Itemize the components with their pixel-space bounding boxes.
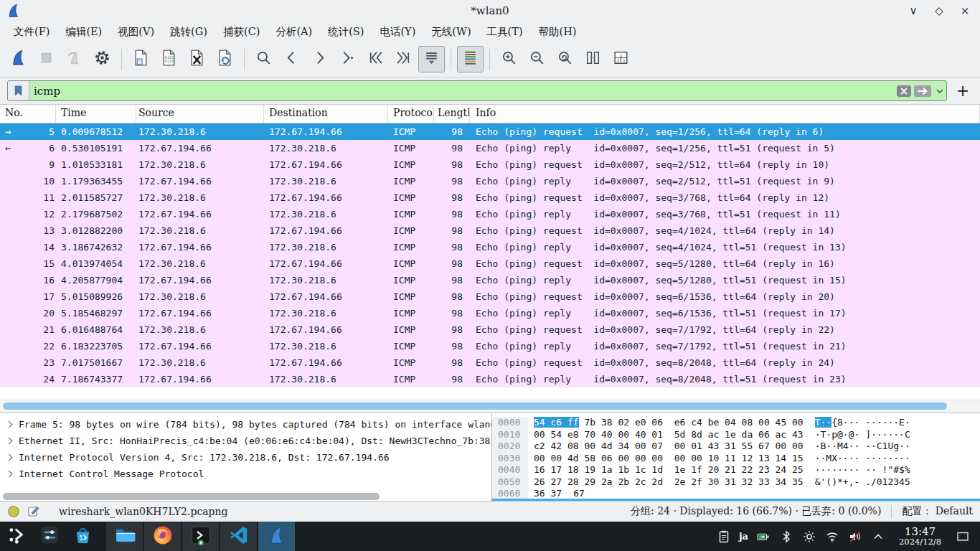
- save-file-button[interactable]: 01010110: [156, 46, 182, 72]
- packet-row[interactable]: 91.010533181172.30.218.6172.67.194.66ICM…: [0, 156, 980, 173]
- brightness-tray-button[interactable]: [801, 529, 817, 545]
- hex-ascii[interactable]: ··MX···· ········: [815, 453, 910, 465]
- hex-bytes[interactable]: 00 54 e8 70 40 00 40 01 5d 8d ac 1e da 0…: [534, 429, 804, 441]
- packet-list-hscrollbar[interactable]: [0, 400, 980, 413]
- display-filter-input[interactable]: icmp: [7, 80, 947, 101]
- wifi-tray-button[interactable]: [824, 529, 840, 545]
- show-desktop-button[interactable]: [954, 527, 971, 547]
- packet-row[interactable]: 154.013974054172.30.218.6172.67.194.66IC…: [0, 255, 980, 272]
- title-bar[interactable]: *wlan0 ∨◇×: [0, 0, 980, 22]
- zoom-out-button[interactable]: [524, 46, 550, 72]
- reload-file-button[interactable]: [212, 46, 238, 72]
- open-file-button[interactable]: [128, 46, 154, 72]
- hex-row[interactable]: 001000 54 e8 70 40 00 40 01 5d 8d ac 1e …: [492, 429, 980, 441]
- menu-item[interactable]: 工具(T): [479, 25, 531, 39]
- zoom-reset-button[interactable]: [552, 46, 578, 72]
- hex-ascii[interactable]: ·T·p@·@· ]······C: [815, 429, 910, 441]
- clipboard-tray-button[interactable]: [716, 529, 732, 545]
- column-header-length[interactable]: Length: [434, 105, 470, 123]
- expander-icon[interactable]: [6, 438, 13, 445]
- go-first-button[interactable]: [362, 46, 389, 72]
- colorize-button[interactable]: [457, 46, 484, 72]
- menu-item[interactable]: 视图(V): [110, 25, 162, 39]
- window-maximize-icon[interactable]: ◇: [931, 3, 947, 19]
- window-close-icon[interactable]: ×: [957, 3, 973, 19]
- zoom-in-button[interactable]: [496, 46, 522, 72]
- volume-muted-tray-button[interactable]: [847, 529, 863, 545]
- filter-add-button[interactable]: +: [953, 82, 973, 100]
- menu-item[interactable]: 文件(F): [6, 25, 57, 39]
- packet-row[interactable]: 247.186743377172.67.194.66172.30.218.6IC…: [0, 371, 980, 387]
- bluetooth-tray-button[interactable]: [778, 529, 794, 545]
- column-header-destination[interactable]: Destination: [264, 105, 388, 123]
- expand-arrow-tray-button[interactable]: [870, 529, 886, 545]
- layout-123-button[interactable]: 123: [608, 46, 634, 72]
- hex-row[interactable]: 000054 c6 ff 7b 38 02 e0 06 e6 c4 be 04 …: [492, 417, 980, 429]
- go-back-button[interactable]: [278, 46, 305, 72]
- column-header-no[interactable]: No.: [0, 105, 56, 123]
- details-hscrollbar-thumb[interactable]: [3, 493, 380, 500]
- detail-tree-row[interactable]: Ethernet II, Src: HonHaiPrecis_c4:be:04 …: [0, 433, 491, 449]
- filter-clear-button[interactable]: [896, 83, 912, 98]
- hex-bytes[interactable]: 16 17 18 19 1a 1b 1c 1d 1e 1f 20 21 22 2…: [534, 464, 804, 476]
- go-last-button[interactable]: [390, 46, 417, 72]
- app-launcher-button[interactable]: [0, 522, 33, 551]
- window-minimize-icon[interactable]: ∨: [905, 3, 921, 19]
- find-packet-button[interactable]: [250, 46, 277, 72]
- packet-row[interactable]: →50.009678512172.30.218.6172.67.194.66IC…: [0, 123, 980, 140]
- hex-ascii[interactable]: T··{8··· ······E·: [815, 417, 910, 429]
- hex-ascii[interactable]: ·B··M4·· ··C1Ug··: [815, 441, 910, 453]
- hex-bytes[interactable]: 36 37: [534, 488, 562, 500]
- menu-item[interactable]: 分析(A): [268, 25, 320, 39]
- column-header-time[interactable]: Time: [56, 105, 136, 123]
- packet-row[interactable]: 175.015089926172.30.218.6172.67.194.66IC…: [0, 288, 980, 305]
- packet-row[interactable]: 101.179363455172.67.194.66172.30.218.6IC…: [0, 173, 980, 189]
- resize-columns-button[interactable]: [580, 46, 606, 72]
- ascii-selected-chars[interactable]: T··: [815, 417, 831, 428]
- column-header-source[interactable]: Source: [136, 105, 264, 123]
- hex-ascii[interactable]: 67: [573, 488, 585, 500]
- hex-ascii[interactable]: ········ ·· !"#$%: [815, 464, 910, 476]
- hex-row[interactable]: 004016 17 18 19 1a 1b 1c 1d 1e 1f 20 21 …: [492, 464, 980, 476]
- start-capture-button[interactable]: [5, 46, 32, 72]
- expander-icon[interactable]: [6, 421, 13, 428]
- packet-row[interactable]: 133.012882200172.30.218.6172.67.194.66IC…: [0, 222, 980, 239]
- column-header-info[interactable]: Info: [470, 105, 980, 123]
- filter-bookmark-button[interactable]: [8, 81, 29, 100]
- detail-tree-row[interactable]: Frame 5: 98 bytes on wire (784 bits), 98…: [0, 416, 491, 433]
- taskbar-app-dolphin[interactable]: [106, 522, 143, 551]
- packet-row[interactable]: 226.183223705172.67.194.66172.30.218.6IC…: [0, 338, 980, 354]
- filter-text[interactable]: icmp: [29, 85, 896, 98]
- profile-label[interactable]: 配置： Default: [902, 505, 973, 518]
- filter-dropdown-icon[interactable]: [933, 81, 946, 100]
- discover-button[interactable]: [66, 522, 99, 551]
- menu-item[interactable]: 跳转(G): [162, 25, 215, 39]
- detail-tree-row[interactable]: Internet Protocol Version 4, Src: 172.30…: [0, 449, 491, 466]
- expander-icon[interactable]: [6, 454, 13, 461]
- battery-tray-button[interactable]: [755, 529, 771, 545]
- hex-bytes[interactable]: c2 42 08 00 4d 34 00 07 00 01 43 31 55 6…: [534, 441, 804, 453]
- hex-bytes[interactable]: 54 c6 ff 7b 38 02 e0 06 e6 c4 be 04 08 0…: [534, 417, 804, 429]
- packet-row[interactable]: ←60.530105191172.67.194.66172.30.218.6IC…: [0, 140, 980, 156]
- go-forward-button[interactable]: [306, 46, 333, 72]
- go-to-packet-button[interactable]: [334, 46, 361, 72]
- hex-row[interactable]: 0020c2 42 08 00 4d 34 00 07 00 01 43 31 …: [492, 441, 980, 453]
- expander-icon[interactable]: [6, 471, 13, 478]
- hex-row[interactable]: 006036 3767: [492, 488, 980, 500]
- hex-bytes[interactable]: 26 27 28 29 2a 2b 2c 2d 2e 2f 30 31 32 3…: [534, 476, 804, 489]
- packet-row[interactable]: 164.205877904172.67.194.66172.30.218.6IC…: [0, 272, 980, 288]
- packet-row[interactable]: 237.017501667172.30.218.6172.67.194.66IC…: [0, 354, 980, 371]
- menu-item[interactable]: 帮助(H): [531, 25, 585, 39]
- menu-item[interactable]: 编辑(E): [57, 25, 110, 39]
- menu-item[interactable]: 统计(S): [320, 25, 372, 39]
- packet-row[interactable]: 143.186742632172.67.194.66172.30.218.6IC…: [0, 239, 980, 255]
- filter-apply-button[interactable]: [913, 83, 932, 98]
- packet-row[interactable]: 205.185468297172.67.194.66172.30.218.6IC…: [0, 305, 980, 321]
- expert-info-icon[interactable]: [7, 505, 20, 518]
- taskbar-app-firefox[interactable]: [144, 522, 181, 551]
- packet-row[interactable]: 122.179687502172.67.194.66172.30.218.6IC…: [0, 206, 980, 222]
- system-settings-button[interactable]: [33, 522, 66, 551]
- taskbar-clock[interactable]: 13:47 2024/12/8: [899, 526, 941, 547]
- hex-bytes[interactable]: 00 00 4d 58 06 00 00 00 00 00 10 11 12 1…: [534, 453, 804, 465]
- hex-selected-bytes[interactable]: 54 c6 ff: [534, 417, 579, 428]
